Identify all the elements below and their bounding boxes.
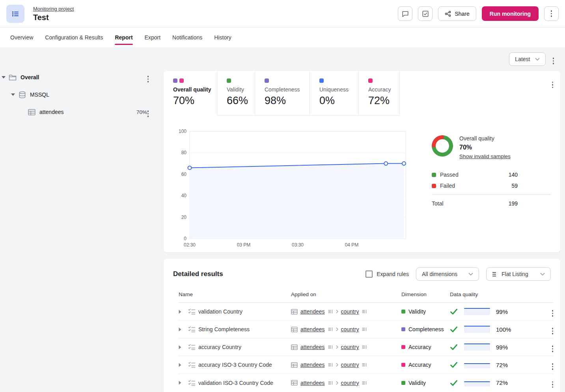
share-button[interactable]: Share [438, 6, 476, 21]
tab-overview[interactable]: Overview [6, 28, 37, 47]
chevron-down-icon [540, 273, 545, 276]
profile-icon[interactable] [362, 380, 367, 386]
dimension-label: Validity [408, 308, 426, 315]
applied-table-link[interactable]: attendees [300, 380, 325, 386]
metric-card-overall-quality[interactable]: Overall quality 70% [164, 71, 217, 116]
metric-card-validity[interactable]: Validity 66% [217, 71, 255, 116]
kebab-icon [552, 328, 554, 334]
tab-notifications[interactable]: Notifications [168, 28, 206, 47]
passed-check-icon [450, 380, 458, 386]
expand-caret-icon[interactable] [179, 345, 188, 349]
data-quality-cell: 99% [450, 308, 539, 315]
applied-on-cell: attendees country [291, 326, 401, 332]
applied-column-link[interactable]: country [341, 326, 359, 332]
listing-mode-dropdown[interactable]: Flat Listing [486, 267, 551, 281]
folder-icon [7, 74, 18, 81]
version-dropdown[interactable]: Latest [509, 52, 545, 66]
expand-rules-checkbox[interactable]: Expand rules [365, 271, 409, 278]
tree-item-overall[interactable]: Overall [0, 72, 164, 83]
table-row: String Completeness attendees country Co… [179, 321, 553, 338]
tab-history[interactable]: History [210, 28, 235, 47]
tasks-button[interactable] [418, 6, 433, 21]
tab-export[interactable]: Export [141, 28, 164, 47]
passed-swatch [432, 173, 436, 177]
database-icon [17, 91, 28, 99]
kebab-icon [147, 76, 149, 82]
failed-swatch [432, 184, 436, 188]
metric-card-uniqueness[interactable]: Uniqueness 0% [310, 71, 359, 116]
show-invalid-samples-link[interactable]: Show invalid samples [459, 153, 511, 159]
header-kebab-menu[interactable] [544, 6, 559, 21]
applied-table-link[interactable]: attendees [300, 362, 325, 368]
caret-down-icon[interactable] [9, 93, 17, 96]
row-kebab-menu[interactable] [552, 360, 554, 370]
metric-label: Completeness [265, 86, 310, 93]
row-kebab-menu[interactable] [552, 342, 554, 352]
kebab-icon [552, 82, 554, 88]
detailed-results-title: Detailed results [173, 270, 223, 278]
table-row: accuracy Country attendees country Accur… [179, 338, 553, 356]
tree-item-mssql[interactable]: MSSQL [0, 89, 164, 100]
rule-checklist-icon [188, 380, 198, 386]
row-kebab-menu[interactable] [552, 307, 554, 317]
metric-swatches [368, 77, 399, 84]
tree-item-label: Overall [21, 74, 39, 80]
breadcrumb[interactable]: Monitoring project [33, 6, 74, 12]
applied-table-link[interactable]: attendees [300, 308, 325, 315]
expand-caret-icon[interactable] [179, 327, 188, 332]
applied-column-link[interactable]: country [341, 380, 359, 386]
row-kebab-menu[interactable] [552, 378, 554, 388]
applied-table-link[interactable]: attendees [300, 344, 325, 350]
run-monitoring-button[interactable]: Run monitoring [482, 6, 539, 21]
tree-overall-kebab-menu[interactable] [147, 73, 149, 82]
main-content: Overall MSSQL [0, 47, 565, 392]
profile-icon[interactable] [362, 344, 367, 350]
tree-item-quality: 70% [136, 109, 147, 115]
rule-name: validation ISO-3 Country Code [198, 380, 291, 386]
row-kebab-menu[interactable] [552, 325, 554, 334]
passed-check-icon [450, 344, 458, 350]
share-button-label: Share [455, 11, 469, 17]
comments-button[interactable] [398, 6, 412, 21]
profile-icon[interactable] [328, 344, 333, 350]
report-column: Latest Overall quality 70% Validity [164, 47, 565, 392]
share-icon [445, 11, 451, 17]
quality-percent: 100% [496, 326, 514, 333]
expand-caret-icon[interactable] [179, 363, 188, 367]
listing-mode-value: Flat Listing [502, 271, 528, 277]
profile-icon[interactable] [362, 309, 367, 314]
version-kebab-menu[interactable] [553, 54, 554, 64]
report-version-row: Latest [164, 47, 560, 71]
checkbox-unchecked-icon[interactable] [365, 271, 373, 278]
metric-card-accuracy[interactable]: Accuracy 72% [359, 71, 400, 116]
rule-name: accuracy Country [198, 344, 291, 350]
metric-card-completeness[interactable]: Completeness 98% [255, 71, 310, 116]
quality-report-panel: Overall quality 70% Validity 66% Complet… [164, 71, 560, 252]
page-title: Test [33, 13, 74, 22]
applied-column-link[interactable]: country [341, 308, 359, 315]
profile-icon[interactable] [362, 362, 367, 368]
dimensions-filter-dropdown[interactable]: All dimensions [416, 267, 479, 281]
tree-item-attendees[interactable]: attendees 70% [0, 106, 164, 118]
expand-caret-icon[interactable] [179, 381, 188, 385]
dimension-swatch [401, 363, 405, 367]
applied-column-link[interactable]: country [341, 344, 359, 350]
report-panel-kebab-menu[interactable] [552, 78, 554, 88]
applied-column-link[interactable]: country [341, 362, 359, 368]
profile-icon[interactable] [328, 380, 333, 386]
project-type-icon [6, 5, 24, 23]
tab-configuration-results[interactable]: Configuration & Results [41, 28, 107, 47]
table-icon [291, 327, 298, 332]
profile-icon[interactable] [362, 327, 367, 332]
profile-icon[interactable] [328, 362, 333, 368]
tab-report[interactable]: Report [111, 28, 136, 47]
profile-icon[interactable] [328, 309, 333, 314]
expand-caret-icon[interactable] [179, 310, 188, 314]
profile-icon[interactable] [328, 327, 333, 332]
overall-quality-donut [432, 135, 453, 157]
applied-table-link[interactable]: attendees [300, 326, 325, 332]
tree-attendees-kebab-menu[interactable] [147, 107, 149, 117]
quality-percent: 72% [496, 362, 514, 368]
caret-down-icon[interactable] [0, 76, 7, 78]
chevron-right-icon [336, 363, 338, 367]
